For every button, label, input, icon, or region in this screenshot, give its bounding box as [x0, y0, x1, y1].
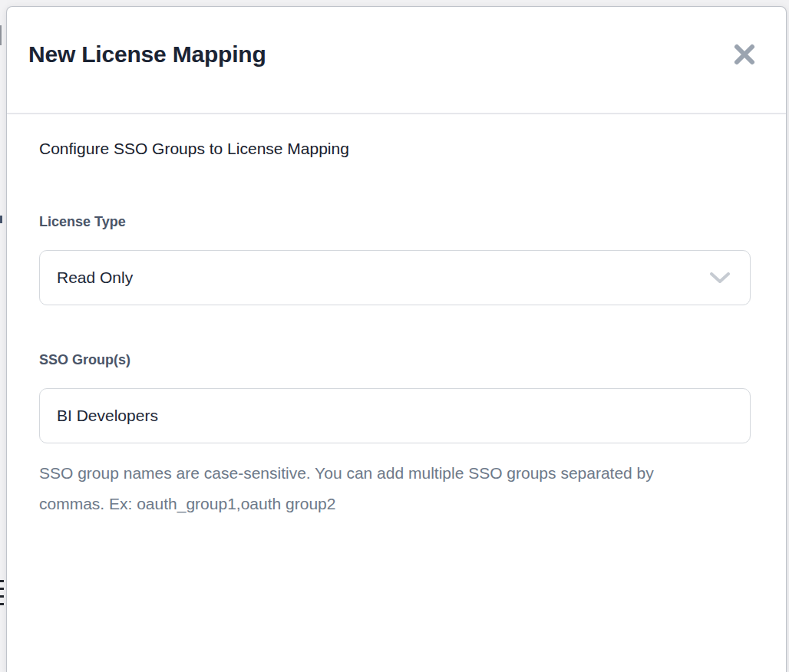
sso-groups-input[interactable]	[39, 388, 751, 443]
license-type-select[interactable]: Read Only	[39, 250, 751, 305]
chevron-down-icon	[710, 272, 730, 284]
sso-groups-label: SSO Group(s)	[39, 351, 130, 369]
dialog-title: New License Mapping	[28, 41, 266, 68]
close-button[interactable]	[731, 41, 758, 68]
backdrop-nav-fragment	[0, 216, 2, 223]
header-divider	[7, 113, 786, 114]
dialog-header: New License Mapping	[7, 7, 786, 113]
sso-groups-help-text: SSO group names are case-sensitive. You …	[39, 458, 693, 519]
dialog-description: Configure SSO Groups to License Mapping	[39, 137, 349, 160]
backdrop-list-icon-fragment	[0, 595, 4, 598]
license-type-selected-value: Read Only	[57, 251, 133, 305]
license-type-label: License Type	[39, 212, 126, 231]
backdrop-list-icon-fragment	[0, 580, 4, 582]
backdrop-scrollbar-fragment	[0, 25, 2, 45]
backdrop-list-icon-fragment	[0, 588, 4, 590]
backdrop-list-icon-fragment	[0, 603, 4, 605]
close-icon	[733, 43, 756, 66]
new-license-mapping-dialog: New License Mapping Configure SSO Groups…	[6, 6, 787, 672]
